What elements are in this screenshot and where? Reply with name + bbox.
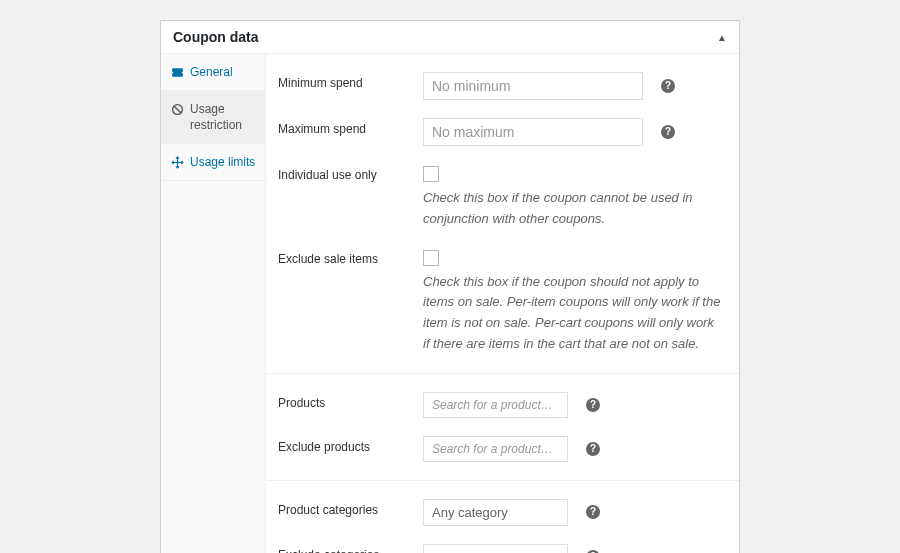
panel-header: Coupon data ▲ (161, 21, 739, 54)
maximum-spend-input[interactable] (423, 118, 643, 146)
exclude-categories-select[interactable]: No categories (423, 544, 568, 553)
field-maximum-spend: Maximum spend ? (278, 109, 727, 155)
label-exclude-products: Exclude products (278, 436, 423, 454)
field-individual-use: Individual use only Check this box if th… (278, 155, 727, 239)
tab-usage-limits[interactable]: Usage limits (161, 144, 265, 181)
help-icon[interactable]: ? (661, 125, 675, 139)
svg-line-1 (173, 106, 180, 113)
help-icon[interactable]: ? (661, 79, 675, 93)
tabs-sidebar: General Usage restriction Usage limits (161, 54, 266, 553)
tab-general-label: General (190, 64, 233, 80)
field-products: Products Search for a product… ? (278, 383, 727, 427)
field-exclude-products: Exclude products Search for a product… ? (278, 427, 727, 471)
label-maximum-spend: Maximum spend (278, 118, 423, 136)
label-exclude-sale: Exclude sale items (278, 248, 423, 266)
label-product-categories: Product categories (278, 499, 423, 517)
tab-content: Minimum spend ? Maximum spend ? (266, 54, 739, 553)
panel-title: Coupon data (173, 29, 259, 45)
block-icon (170, 101, 184, 117)
minimum-spend-input[interactable] (423, 72, 643, 100)
field-exclude-sale: Exclude sale items Check this box if the… (278, 239, 727, 364)
coupon-data-panel: Coupon data ▲ General Usage restriction (160, 20, 740, 553)
panel-collapse-toggle[interactable]: ▲ (717, 32, 727, 43)
panel-body: General Usage restriction Usage limits M… (161, 54, 739, 553)
tab-usage-restriction-label: Usage restriction (190, 101, 256, 133)
tab-general[interactable]: General (161, 54, 265, 91)
field-product-categories: Product categories Any category ? (278, 490, 727, 535)
tab-usage-restriction[interactable]: Usage restriction (161, 91, 265, 144)
product-categories-select[interactable]: Any category (423, 499, 568, 526)
individual-use-desc: Check this box if the coupon cannot be u… (423, 188, 723, 230)
exclude-sale-checkbox[interactable] (423, 250, 439, 266)
help-icon[interactable]: ? (586, 505, 600, 519)
label-individual-use: Individual use only (278, 164, 423, 182)
exclude-sale-desc: Check this box if the coupon should not … (423, 272, 723, 355)
tab-usage-limits-label: Usage limits (190, 154, 255, 170)
label-exclude-categories: Exclude categories (278, 544, 423, 553)
field-minimum-spend: Minimum spend ? (278, 63, 727, 109)
field-exclude-categories: Exclude categories No categories ? (278, 535, 727, 553)
individual-use-checkbox[interactable] (423, 166, 439, 182)
label-products: Products (278, 392, 423, 410)
products-select[interactable]: Search for a product… (423, 392, 568, 418)
help-icon[interactable]: ? (586, 398, 600, 412)
help-icon[interactable]: ? (586, 442, 600, 456)
ticket-icon (170, 64, 184, 80)
move-icon (170, 154, 184, 170)
exclude-products-select[interactable]: Search for a product… (423, 436, 568, 462)
label-minimum-spend: Minimum spend (278, 72, 423, 90)
